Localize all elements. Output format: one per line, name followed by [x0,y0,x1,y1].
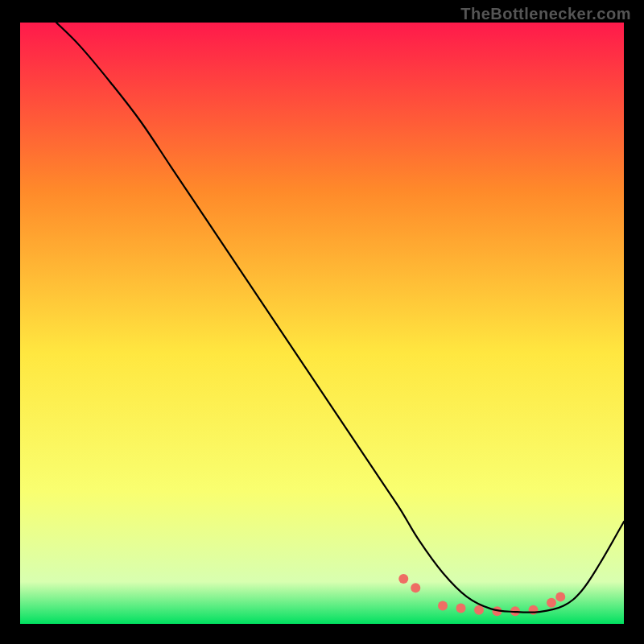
plot-area [20,23,624,624]
highlight-dot [398,574,408,584]
highlight-dot [547,598,556,608]
highlight-dot [555,592,565,601]
chart-frame: TheBottlenecker.com [0,0,644,644]
chart-svg [20,23,624,624]
gradient-background [20,23,624,624]
watermark-text: TheBottlenecker.com [460,5,631,23]
highlight-dot [438,601,448,611]
highlight-dot [456,604,466,613]
highlight-dot [529,605,539,615]
highlight-dot [474,605,484,615]
highlight-dot [411,583,420,592]
